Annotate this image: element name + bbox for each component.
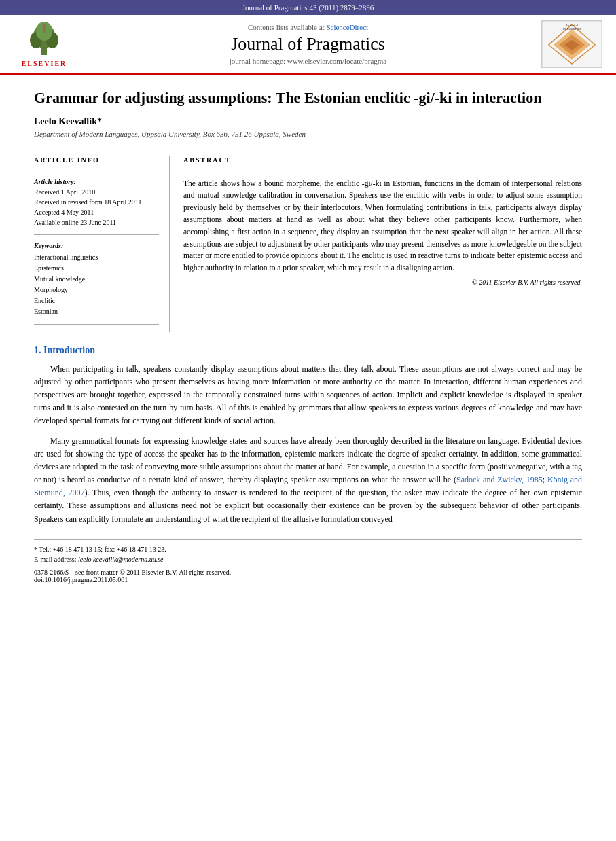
doi-line: doi:10.1016/j.pragma.2011.05.001 — [34, 576, 582, 584]
footnote-text: * Tel.: +46 18 471 13 15; fax: +46 18 47… — [34, 545, 166, 553]
pragmatics-journal-icon: Journal of PRAGMATICS — [542, 21, 602, 67]
intro-paragraph-1: When participating in talk, speakers con… — [34, 363, 582, 428]
email-label: E-mail address: — [34, 556, 76, 563]
article-history-group: Article history: Received 1 April 2010 R… — [34, 178, 159, 228]
article-title: Grammar for adjusting assumptions: The E… — [34, 88, 582, 108]
article-title-text: Grammar for adjusting assumptions: The E… — [34, 89, 541, 106]
copyright-line: © 2011 Elsevier B.V. All rights reserved… — [183, 279, 582, 286]
elsevier-tree-icon — [24, 21, 65, 58]
elsevier-logo: ELSEVIER — [14, 21, 75, 67]
divider-4 — [34, 324, 159, 325]
article-meta-section: ARTICLE INFO Article history: Received 1… — [34, 156, 582, 332]
keyword-4: Morphology — [34, 285, 159, 296]
article-info-label: ARTICLE INFO — [34, 156, 159, 164]
divider-1 — [34, 149, 582, 149]
journal-logo-right: Journal of PRAGMATICS — [541, 20, 602, 68]
journal-citation: Journal of Pragmatics 43 (2011) 2879–289… — [242, 3, 374, 12]
available-date: Available online 23 June 2011 — [34, 217, 159, 228]
introduction-section: 1. Introduction When participating in ta… — [34, 345, 582, 526]
divider-5 — [183, 171, 582, 171]
abstract-label: ABSTRACT — [183, 156, 582, 164]
journal-header-center: Contents lists available at ScienceDirec… — [75, 23, 541, 65]
journal-title: Journal of Pragmatics — [75, 34, 541, 54]
keyword-3: Mutual knowledge — [34, 274, 159, 285]
homepage-text: journal homepage: www.elsevier.com/locat… — [230, 57, 386, 65]
contents-available-line: Contents lists available at ScienceDirec… — [75, 23, 541, 31]
elsevier-text-label: ELSEVIER — [22, 60, 67, 67]
keyword-1: Interactional linguistics — [34, 252, 159, 263]
intro-paragraph-2: Many grammatical formats for expressing … — [34, 435, 582, 526]
article-info-column: ARTICLE INFO Article history: Received 1… — [34, 156, 170, 332]
author-name: Leelo Keevallik* — [34, 116, 582, 127]
doi-section: 0378-2166/$ – see front matter © 2011 El… — [34, 569, 582, 584]
footnote-section: * Tel.: +46 18 471 13 15; fax: +46 18 47… — [34, 539, 582, 565]
received-date: Received 1 April 2010 — [34, 187, 159, 197]
main-content: Grammar for adjusting assumptions: The E… — [0, 75, 616, 597]
divider-3 — [34, 234, 159, 235]
keyword-6: Estonian — [34, 306, 159, 317]
svg-rect-6 — [43, 29, 46, 33]
keyword-5: Enclitic — [34, 296, 159, 306]
accepted-date: Accepted 4 May 2011 — [34, 207, 159, 217]
email-address: leelo.keevallik@moderna.uu.se. — [78, 556, 165, 563]
keywords-label: Keywords: — [34, 242, 159, 249]
received-revised-date: Received in revised form 18 April 2011 — [34, 197, 159, 207]
abstract-text: The article shows how a bound morpheme, … — [183, 178, 582, 275]
keywords-list: Interactional linguistics Epistemics Mut… — [34, 252, 159, 317]
issn-line: 0378-2166/$ – see front matter © 2011 El… — [34, 569, 582, 576]
abstract-column: ABSTRACT The article shows how a bound m… — [183, 156, 582, 332]
journal-header: ELSEVIER Contents lists available at Sci… — [0, 15, 616, 75]
sciencedirect-link[interactable]: ScienceDirect — [326, 23, 368, 31]
divider-2 — [34, 171, 159, 171]
top-bar: Journal of Pragmatics 43 (2011) 2879–289… — [0, 0, 616, 15]
journal-homepage: journal homepage: www.elsevier.com/locat… — [75, 57, 541, 65]
footnote-contact: * Tel.: +46 18 471 13 15; fax: +46 18 47… — [34, 544, 582, 554]
citation-link-1[interactable]: Sadock and Zwicky, 1985 — [456, 475, 543, 484]
svg-point-5 — [42, 24, 46, 29]
author-affiliation: Department of Modern Languages, Uppsala … — [34, 130, 582, 138]
history-label: Article history: — [34, 178, 159, 185]
footnote-email: E-mail address: leelo.keevallik@moderna.… — [34, 554, 582, 565]
intro-heading: 1. Introduction — [34, 345, 582, 356]
keyword-2: Epistemics — [34, 263, 159, 274]
svg-text:PRAGMATICS: PRAGMATICS — [563, 27, 581, 31]
intro-paragraph-2-text: Many grammatical formats for expressing … — [34, 436, 582, 524]
